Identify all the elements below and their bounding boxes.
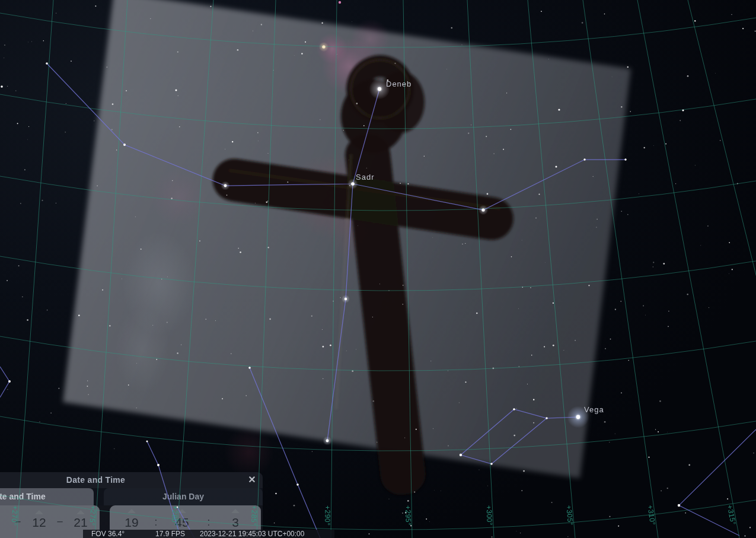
second-up-icon[interactable] [231, 509, 240, 513]
hour-field[interactable]: 19 [119, 515, 145, 530]
minute-up-icon[interactable] [178, 509, 186, 513]
second-field[interactable]: 3 [222, 515, 248, 530]
hour-up-icon[interactable] [127, 509, 136, 513]
tab-date-and-time[interactable]: Date and Time [0, 488, 94, 505]
dialog-titlebar[interactable]: Date and Time ✕ [0, 472, 263, 488]
status-bar: FOV 36.4° 17.9 FPS 2023-12-21 19:45:03 U… [83, 530, 334, 538]
day-up-icon[interactable] [76, 510, 85, 514]
time-colon: : [143, 515, 169, 529]
day-field[interactable]: 21 [68, 515, 94, 530]
date-time-dialog: Date and Time ✕ Date and Time Julian Day… [0, 472, 263, 538]
stellarium-screen: { "status_bar": { "fov": "FOV 36.4°", "f… [0, 0, 756, 538]
fov-readout: FOV 36.4° [91, 530, 125, 538]
tab-julian-day[interactable]: Julian Day [104, 488, 263, 505]
constellation-art-layer [0, 0, 756, 538]
dialog-tabbar: Date and Time Julian Day [0, 488, 263, 505]
fps-readout: 17.9 FPS [155, 530, 185, 538]
datetime-readout: 2023-12-21 19:45:03 UTC+00:00 [200, 530, 304, 538]
minute-field[interactable]: 45 [169, 515, 195, 530]
time-colon: : [196, 515, 222, 529]
dialog-title: Date and Time [0, 472, 239, 488]
art-wisp [115, 307, 170, 393]
month-up-icon[interactable] [35, 510, 43, 514]
close-icon[interactable]: ✕ [245, 473, 259, 486]
